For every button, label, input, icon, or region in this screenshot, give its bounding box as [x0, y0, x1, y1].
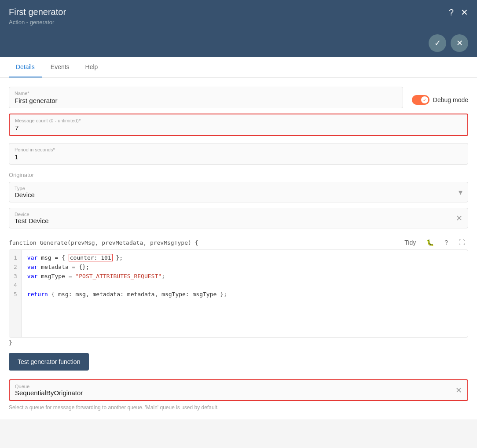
code-line-1: var msg = { counter: 101 };	[27, 253, 462, 263]
type-inner-label: Type	[15, 186, 35, 191]
close-icon[interactable]: ✕	[461, 8, 468, 17]
code-header: function Generate(prevMsg, prevMetadata,…	[9, 237, 468, 248]
type-select-inner: Type Device	[15, 186, 35, 198]
code-lines[interactable]: var msg = { counter: 101 }; var metadata…	[22, 250, 468, 337]
tidy-button[interactable]: Tidy	[401, 237, 419, 248]
period-label: Period in seconds*	[15, 147, 462, 152]
message-count-field-box: Message count (0 - unlimited)* 7	[9, 114, 468, 136]
confirm-button[interactable]: ✓	[429, 34, 446, 52]
code-section: function Generate(prevMsg, prevMetadata,…	[9, 237, 468, 346]
debug-mode-toggle[interactable]: Debug mode	[412, 95, 468, 105]
name-value[interactable]: First generator	[15, 97, 397, 104]
message-count-value[interactable]: 7	[15, 124, 462, 132]
name-field-box: Name* First generator	[9, 87, 403, 108]
queue-field-inner: Queue SequentialByOriginator	[15, 384, 83, 397]
tabs-container: Details Events Help	[0, 57, 477, 78]
fullscreen-icon[interactable]: ⛶	[455, 237, 468, 248]
code-toolbar: Tidy 🐛 ? ⛶	[401, 237, 468, 248]
help-code-icon[interactable]: ?	[441, 237, 451, 248]
debug-icon[interactable]: 🐛	[423, 237, 437, 248]
queue-label: Queue	[15, 384, 83, 389]
device-value[interactable]: Test Device	[15, 217, 49, 224]
type-select[interactable]: Type Device ▾	[9, 182, 468, 202]
tab-events[interactable]: Events	[44, 57, 77, 77]
chevron-down-icon: ▾	[459, 187, 462, 197]
period-value[interactable]: 1	[15, 153, 462, 161]
closing-brace: }	[9, 339, 468, 346]
help-icon[interactable]: ?	[449, 8, 454, 17]
tab-help[interactable]: Help	[78, 57, 105, 77]
debug-mode-label: Debug mode	[433, 96, 468, 103]
header-subtitle: Action - generator	[9, 19, 468, 26]
name-row: Name* First generator Debug mode	[9, 87, 468, 108]
code-editor[interactable]: 12345 var msg = { counter: 101 }; var me…	[9, 250, 468, 338]
name-label: Name*	[15, 91, 397, 96]
device-field: Device Test Device ✕	[9, 208, 468, 228]
toggle-switch-icon[interactable]	[412, 95, 429, 105]
tab-details[interactable]: Details	[9, 57, 42, 77]
dialog-header: First generator Action - generator ? ✕	[0, 0, 477, 31]
main-content: Name* First generator Debug mode Message…	[0, 78, 477, 419]
originator-label: Originator	[9, 172, 468, 178]
header-title: First generator	[9, 7, 468, 17]
queue-section: Queue SequentialByOriginator ✕ Select a …	[9, 379, 468, 411]
code-line-5: return { msg: msg, metadata: metadata, m…	[27, 290, 462, 299]
queue-value[interactable]: SequentialByOriginator	[15, 389, 83, 397]
cancel-button[interactable]: ✕	[451, 34, 468, 52]
device-field-inner: Device Test Device	[15, 212, 49, 224]
device-clear-button[interactable]: ✕	[456, 213, 462, 223]
message-count-group: Message count (0 - unlimited)* 7	[9, 114, 468, 136]
period-field-box: Period in seconds* 1	[9, 143, 468, 165]
code-line-3: var msgType = "POST_ATTRIBUTES_REQUEST";	[27, 272, 462, 281]
type-inner-value: Device	[15, 191, 35, 198]
function-signature: function Generate(prevMsg, prevMetadata,…	[9, 239, 198, 246]
line-numbers: 12345	[9, 250, 22, 337]
device-label: Device	[15, 212, 49, 217]
action-buttons-row: ✓ ✕	[0, 31, 477, 57]
header-icons: ? ✕	[449, 8, 468, 17]
test-generator-button[interactable]: Test generator function	[9, 353, 89, 371]
message-count-label: Message count (0 - unlimited)*	[15, 118, 462, 123]
code-line-2: var metadata = {};	[27, 263, 462, 272]
period-group: Period in seconds* 1	[9, 143, 468, 165]
queue-hint: Select a queue for message forwarding to…	[9, 404, 468, 411]
queue-clear-button[interactable]: ✕	[455, 386, 462, 395]
code-line-4	[27, 281, 462, 290]
queue-field: Queue SequentialByOriginator ✕	[9, 379, 468, 401]
